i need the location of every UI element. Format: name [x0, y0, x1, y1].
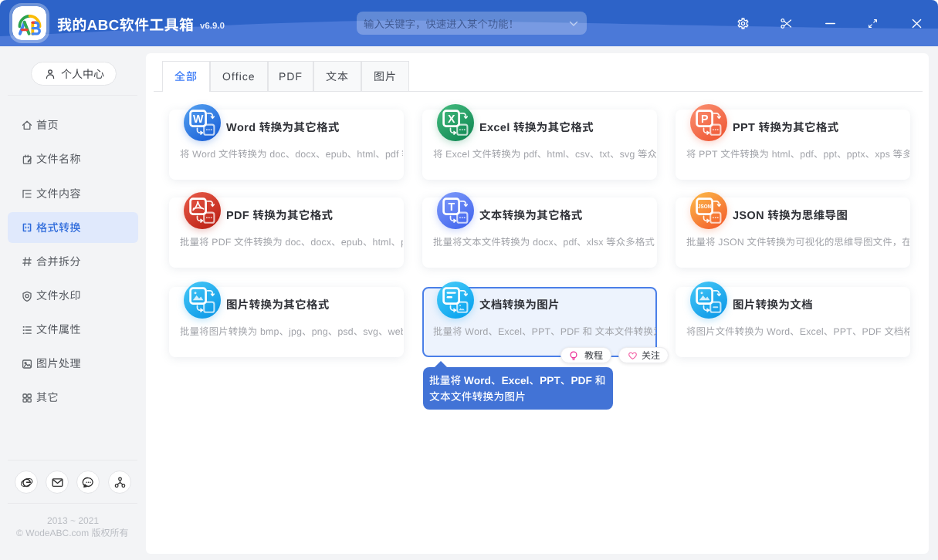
svg-text:W: W — [193, 113, 204, 125]
svg-text:P: P — [701, 113, 708, 125]
svg-text:T: T — [448, 201, 455, 213]
svg-text:X: X — [448, 113, 455, 125]
svg-text:JSON: JSON — [698, 204, 712, 209]
